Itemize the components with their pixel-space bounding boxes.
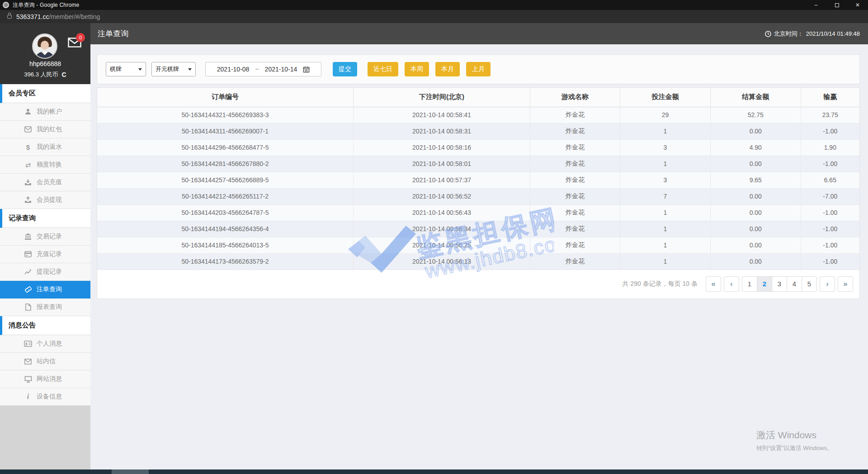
sidebar-item-label: 我的红包 [37,125,62,133]
sidebar-item[interactable]: 注单查询 [0,281,90,299]
table-cell: 0.00 [710,204,801,221]
sidebar-item-label: 交易记录 [37,232,62,241]
column-header: 订单编号 [97,88,354,107]
table-cell: 炸金花 [530,123,620,139]
column-header: 结算金额 [710,88,801,107]
minimize-icon: – [815,2,818,8]
quick-range-button[interactable]: 本周 [405,62,429,76]
url-domain: 5363371.cc [16,13,49,20]
activate-line1: 激活 Windows [756,429,833,441]
prev-page-button[interactable]: ‹ [724,276,739,292]
sidebar-item[interactable]: 交易记录 [0,228,90,246]
sidebar-item[interactable]: 我的红包 [0,121,90,138]
restore-button[interactable] [826,0,847,10]
quick-range-button[interactable]: 上月 [466,62,491,76]
date-range-input[interactable]: 2021-10-08 ~ 2021-10-14 [205,62,321,76]
messages-button[interactable]: 0 [68,38,81,49]
table-cell: 炸金花 [530,139,620,156]
ticket-icon [24,286,33,293]
sidebar-item[interactable]: ⇄额度转换 [0,156,90,174]
card-icon [24,251,33,257]
table-cell: -7.00 [801,188,859,204]
quick-range-button[interactable]: 本月 [435,62,460,76]
first-page-button[interactable]: « [706,276,721,292]
table-row: 50-1634144281-4566267880-22021-10-14 00:… [97,156,859,172]
sidebar-item[interactable]: $我的返水 [0,138,90,156]
table-row: 50-1634144194-4566264356-42021-10-14 00:… [97,221,859,237]
report-icon [24,303,33,311]
table-cell: 50-1634144321-4566269383-3 [97,107,354,123]
refresh-balance-icon[interactable]: C [62,71,66,78]
restore-icon [835,3,839,7]
quick-range-button[interactable]: 近七日 [368,62,398,76]
sidebar-item[interactable]: 个人消息 [0,335,90,353]
sidebar-item[interactable]: 充值记录 [0,246,90,263]
sidebar-item[interactable]: 提现记录 [0,263,90,281]
table-cell: 50-1634144311-4566269007-1 [97,123,354,139]
minimize-button[interactable]: – [806,0,826,10]
table-cell: 1 [620,253,711,270]
avatar[interactable] [32,33,57,59]
table-cell: 炸金花 [530,221,620,237]
filter-bar: 棋牌 开元棋牌 2021-10-08 ~ 2021-10-14 [97,54,860,84]
table-cell: 6.65 [801,172,859,188]
table-row: 50-1634144212-4566265117-22021-10-14 00:… [97,188,859,204]
last-page-button[interactable]: » [838,276,853,292]
table-cell: 2021-10-14 00:58:01 [354,156,530,172]
column-header: 输赢 [801,88,859,107]
table-cell: 50-1634144173-4566263579-2 [97,253,354,270]
provider-select[interactable]: 开元棋牌 [151,62,196,76]
table-cell: 2021-10-14 00:56:43 [354,204,530,221]
url-path: /member/#/betting [49,13,100,20]
table-cell: 1 [620,156,711,172]
taskbar-edge-highlight [112,469,149,474]
balance-text: 396.3 人民币 [24,71,58,79]
submit-button[interactable]: 提交 [333,62,357,76]
sidebar-item[interactable]: 报表查询 [0,299,90,316]
sidebar-item[interactable]: 网站消息 [0,370,90,388]
sidebar-item-label: 额度转换 [37,161,62,169]
close-button[interactable]: ✕ [847,0,868,10]
category-select[interactable]: 棋牌 [106,62,146,76]
page-number-button[interactable]: 4 [787,276,802,292]
page-title: 注单查询 [98,28,128,39]
page-number-button[interactable]: 1 [742,276,757,292]
beijing-time: 北京时间： 2021/10/14 01:49:48 [765,30,860,38]
sidebar-section-header: 消息公告 [0,316,90,335]
bank-icon [24,233,33,240]
table-cell: 炸金花 [530,156,620,172]
sidebar-item-label: 站内信 [37,357,56,365]
sidebar-section-header: 会员专区 [0,84,90,103]
table-cell: 2021-10-14 00:56:13 [354,253,530,270]
calendar-icon [303,66,310,73]
column-header: 下注时间(北京) [354,88,530,107]
sidebar-item[interactable]: 站内信 [0,353,90,370]
next-page-button[interactable]: › [820,276,835,292]
url-bar[interactable]: 5363371.cc/member/#/betting [0,10,868,23]
table-cell: 炸金花 [530,188,620,204]
window-title: 注单查询 - Google Chrome [13,1,79,9]
chart-icon [24,269,33,275]
page-number-button[interactable]: 5 [802,276,817,292]
table-cell: -1.00 [801,221,859,237]
table-row: 50-1634144321-4566269383-32021-10-14 00:… [97,107,859,123]
table-cell: 9.65 [710,172,801,188]
table-row: 50-1634144173-4566263579-22021-10-14 00:… [97,253,859,270]
sidebar-item[interactable]: 会员充值 [0,174,90,191]
table-cell: 0.00 [710,123,801,139]
sidebar-item[interactable]: 我的帐户 [0,103,90,121]
table-cell: -1.00 [801,253,859,270]
table-cell: 50-1634144185-4566264013-5 [97,237,354,253]
page-number-button[interactable]: 3 [772,276,787,292]
sidebar-item-label: 个人消息 [37,340,62,348]
sidebar-item[interactable]: i设备信息 [0,388,90,406]
page-number-button[interactable]: 2 [757,276,772,292]
chevron-down-icon [138,68,142,71]
table-cell: 1 [620,237,711,253]
table-cell: 1 [620,204,711,221]
sidebar-item[interactable]: 会员提现 [0,191,90,209]
date-to: 2021-10-14 [265,66,297,73]
sidebar-section-header: 记录查询 [0,209,90,228]
sidebar-item-label: 我的帐户 [37,108,62,116]
table-row: 50-1634144311-4566269007-12021-10-14 00:… [97,123,859,139]
